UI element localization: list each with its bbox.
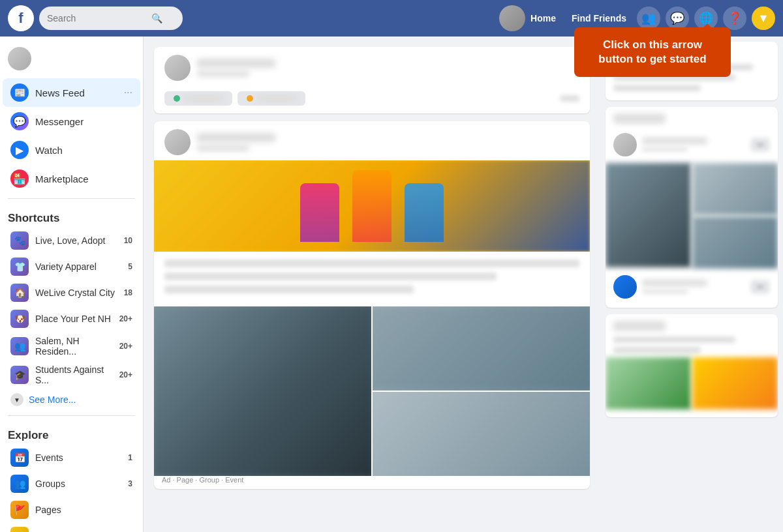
feed-card-2-header <box>154 121 590 160</box>
right-card-2: ··· ··· <box>606 107 778 308</box>
right-img-4 <box>606 357 691 409</box>
right-person-btn-2[interactable]: ··· <box>750 280 770 294</box>
sidebar-item-newsfeed[interactable]: 📰 News Feed ··· <box>3 78 140 107</box>
shortcut-icon-3: 🐶 <box>10 310 29 328</box>
shortcut-icon-0: 🐾 <box>10 231 29 250</box>
events-icon: 📅 <box>10 449 29 467</box>
shortcut-variety-apparel[interactable]: 👕 Variety Apparel 5 <box>3 254 140 280</box>
see-more-label-shortcuts: See More... <box>29 394 76 405</box>
feed-img-2-blur <box>373 306 590 391</box>
feed-time-2 <box>197 145 249 151</box>
right-person-info-2 <box>642 280 745 294</box>
right-images-1 <box>606 163 778 269</box>
feed-card-2: Ad · Page · Group · Event <box>154 121 590 489</box>
marketplace-icon: 🏪 <box>10 170 29 188</box>
sidebar-item-marketplace[interactable]: 🏪 Marketplace <box>3 164 140 193</box>
explore-badge-groups: 3 <box>128 479 132 488</box>
nav-home[interactable]: Home <box>530 13 556 23</box>
explore-fundraisers[interactable]: 💛 Fundraisers <box>3 523 140 532</box>
sidebar: 📰 News Feed ··· 💬 Messenger ▶ Watch 🏪 Ma… <box>0 37 144 532</box>
shortcut-label-0: Live, Love, Adopt <box>35 235 117 246</box>
feed-avatar-2 <box>164 129 191 155</box>
search-bar[interactable]: 🔍 <box>39 7 183 30</box>
shortcuts-see-more[interactable]: ▼ See More... <box>3 389 140 410</box>
user-avatar[interactable] <box>499 5 525 31</box>
dot-yellow <box>247 95 253 102</box>
feed-img-1-blur <box>154 306 371 476</box>
right-people-row-2: ··· <box>606 271 778 303</box>
right-img-1 <box>606 163 691 267</box>
shortcut-place-pet[interactable]: 🐶 Place Your Pet NH 20+ <box>3 306 140 332</box>
shortcut-welive[interactable]: 🏠 WeLive Crystal City 18 <box>3 280 140 306</box>
feed-img-2 <box>373 306 590 391</box>
sidebar-dots[interactable]: ··· <box>124 87 132 98</box>
shortcut-salem[interactable]: 👥 Salem, NH Residen... 20+ <box>3 332 140 361</box>
sidebar-label-marketplace: Marketplace <box>35 173 132 185</box>
right-card-header-3 <box>613 321 666 331</box>
right-card-3 <box>606 314 778 417</box>
shortcut-badge-2: 18 <box>124 288 132 297</box>
feed-meta-2 <box>197 133 579 151</box>
banner-figure-2 <box>352 170 392 242</box>
messenger-icon-btn[interactable]: 💬 <box>666 7 689 30</box>
right-panel: ··· ··· <box>600 37 783 532</box>
feed-img-3 <box>373 392 590 476</box>
nav-find-friends[interactable]: Find Friends <box>572 13 626 23</box>
explore-label-groups: Groups <box>35 479 121 489</box>
shortcut-badge-1: 5 <box>128 262 132 271</box>
right-person-btn-1[interactable]: ··· <box>750 138 770 152</box>
divider-1 <box>8 198 135 199</box>
shortcut-badge-3: 20+ <box>119 314 132 323</box>
feed-meta-1 <box>197 59 579 77</box>
banner-figure-1 <box>300 183 339 242</box>
feed-images <box>154 306 590 476</box>
sidebar-label-watch: Watch <box>35 145 132 156</box>
tooltip-text: Click on this arrow button to get starte… <box>598 38 706 65</box>
banner-figure-3 <box>405 183 444 242</box>
friends-icon-btn[interactable]: 👥 <box>637 7 660 30</box>
help-icon-btn[interactable]: ❓ <box>723 7 746 30</box>
search-icon: 🔍 <box>151 13 162 23</box>
action-btn-green[interactable] <box>164 91 232 106</box>
right-text-4 <box>613 336 735 343</box>
feed-img-3-blur <box>373 392 590 476</box>
explore-label-events: Events <box>35 452 121 463</box>
dot-green <box>174 95 180 102</box>
right-text-3 <box>613 85 701 91</box>
sidebar-item-messenger[interactable]: 💬 Messenger <box>3 107 140 136</box>
arrow-down-icon-btn[interactable]: ▼ <box>752 7 775 30</box>
feed-name-2 <box>197 133 275 142</box>
right-images-2 <box>606 357 778 409</box>
fundraisers-icon: 💛 <box>10 527 29 532</box>
search-input[interactable] <box>47 13 151 23</box>
shortcut-label-3: Place Your Pet NH <box>35 314 113 324</box>
feed-card-1-header <box>154 47 590 86</box>
sidebar-item-watch[interactable]: ▶ Watch <box>3 136 140 164</box>
explore-groups[interactable]: 👥 Groups 3 <box>3 471 140 497</box>
newsfeed-icon: 📰 <box>10 83 29 102</box>
shortcut-students[interactable]: 🎓 Students Against S... 20+ <box>3 361 140 389</box>
shortcut-live-love-adopt[interactable]: 🐾 Live, Love, Adopt 10 <box>3 228 140 254</box>
shortcut-label-5: Students Against S... <box>35 364 113 385</box>
explore-pages[interactable]: 🚩 Pages <box>3 497 140 523</box>
profile-section[interactable] <box>0 42 143 78</box>
feed-card-1 <box>154 47 590 113</box>
right-text-5 <box>613 347 701 353</box>
shortcut-icon-5: 🎓 <box>10 366 29 384</box>
shortcut-icon-1: 👕 <box>10 258 29 276</box>
shortcut-badge-5: 20+ <box>119 370 132 379</box>
action-btn-yellow[interactable] <box>238 91 305 106</box>
messenger-icon: 💬 <box>10 112 29 130</box>
feed-actions-row-1 <box>154 86 590 113</box>
right-person-info-1 <box>642 138 745 152</box>
shortcuts-title: Shortcuts <box>0 204 143 228</box>
action-label-1 <box>184 95 223 102</box>
facebook-logo: f <box>8 5 34 31</box>
main-feed: Ad · Page · Group · Event <box>144 37 600 532</box>
right-person-sub-1 <box>642 147 688 152</box>
shortcut-label-1: Variety Apparel <box>35 261 121 272</box>
shortcut-badge-0: 10 <box>124 236 132 245</box>
feed-banner <box>154 160 590 252</box>
feed-name-1 <box>197 59 275 68</box>
explore-events[interactable]: 📅 Events 1 <box>3 445 140 471</box>
